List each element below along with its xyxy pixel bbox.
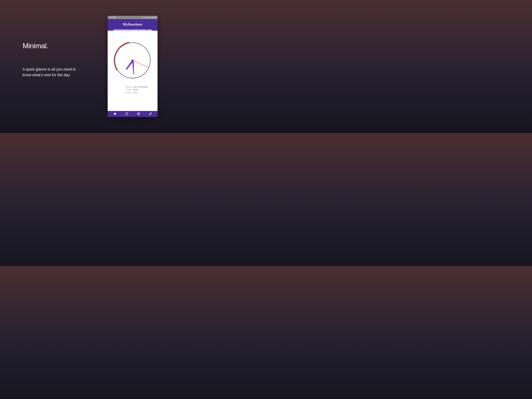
volte-icon: VoⓁLTE1 <box>145 17 147 18</box>
nav-rocket[interactable] <box>149 112 152 116</box>
nav-edit[interactable] <box>137 112 140 116</box>
signal-icon <box>148 17 149 19</box>
clock-icon <box>125 112 128 116</box>
checkmark-icon <box>114 17 115 19</box>
recent-label: Recent: <box>108 86 132 88</box>
home-icon <box>113 112 117 116</box>
app-title: MyRoutines <box>123 22 142 26</box>
app-header: MyRoutines <box>108 19 158 31</box>
alarm-icon <box>141 17 143 19</box>
signal2-icon <box>150 17 151 19</box>
nav-clock[interactable] <box>125 112 129 116</box>
bottom-nav-bar <box>108 111 158 117</box>
status-time: 07:28 <box>109 17 113 18</box>
status-right-cluster: VoⓁLTE1 39% <box>141 17 156 19</box>
status-battery-text: 39% <box>152 17 155 18</box>
upnext-value: Gym <box>133 91 158 94</box>
recent-value: Gym (Yesterday) <box>133 86 158 88</box>
tab-indicator-row <box>113 29 152 31</box>
promo-heading: Minimal. <box>23 42 78 50</box>
promotional-text: Minimal. A quick glance is all you need … <box>23 42 78 78</box>
tab-segment[interactable] <box>147 29 152 31</box>
promo-description: A quick glance is all you need to know w… <box>23 66 78 78</box>
android-status-bar: 07:28 VoⓁLTE1 39% <box>108 16 158 19</box>
rocket-icon <box>149 112 152 116</box>
svg-rect-4 <box>155 18 156 18</box>
svg-point-12 <box>151 113 151 114</box>
battery-icon <box>155 17 156 19</box>
tab-segment[interactable] <box>113 29 130 31</box>
tab-segment[interactable] <box>130 29 146 31</box>
upnext-label: Up next: <box>108 91 132 94</box>
analog-clock <box>113 40 153 81</box>
active-label: Active: <box>108 89 132 91</box>
status-left-cluster: 07:28 <box>109 17 115 19</box>
main-content: Recent: Gym (Yesterday) Active: None Up … <box>108 31 158 111</box>
phone-mockup: 07:28 VoⓁLTE1 39% MyRout <box>108 16 158 117</box>
nav-home[interactable] <box>113 112 117 116</box>
svg-point-9 <box>132 60 133 61</box>
wifi-icon <box>143 17 145 19</box>
edit-icon <box>137 112 140 116</box>
active-value: None <box>133 89 158 91</box>
status-info-block: Recent: Gym (Yesterday) Active: None Up … <box>108 86 158 94</box>
